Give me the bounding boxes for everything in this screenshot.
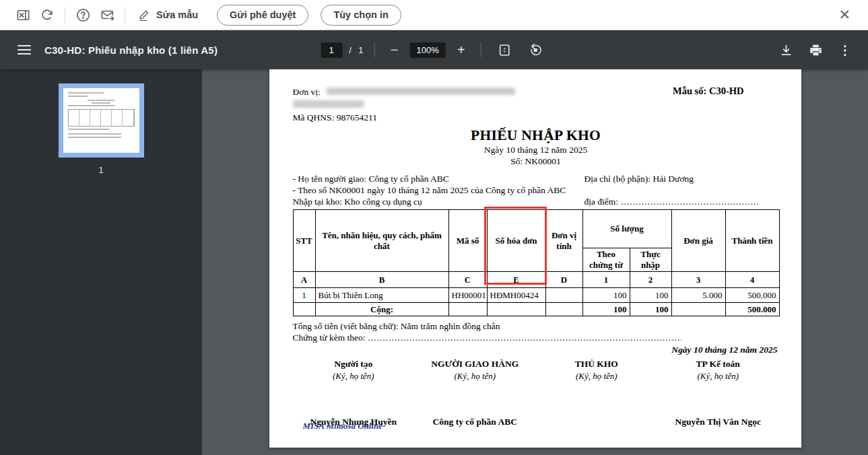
- address-line: Địa chỉ (bộ phận): Hải Dương: [585, 173, 694, 184]
- print-options-button[interactable]: Tùy chọn in: [321, 5, 401, 26]
- form-number: Mẫu số: C30-HD: [673, 85, 744, 111]
- hamburger-icon: [18, 45, 31, 46]
- column-code-row: A B C E D 1 2 3 4: [293, 272, 779, 288]
- close-icon: ✕: [838, 7, 850, 22]
- redacted-company-name-line2: [293, 100, 364, 108]
- thumbnail-page-number: 1: [98, 165, 104, 175]
- document-number: Số: NK00001: [293, 156, 779, 167]
- fit-page-icon: [497, 43, 511, 57]
- page-number-input[interactable]: [321, 42, 342, 58]
- signer-title-creator: Người tạo: [293, 359, 415, 370]
- document-page: Đơn vị: Mẫu số: C30-HD Mã QHNS: 98765421…: [269, 69, 801, 448]
- cell-stt: 1: [293, 288, 315, 303]
- cell-invoice-no: HĐMH00424: [487, 288, 545, 303]
- deliverer-line: - Họ tên người giao: Công ty cổ phần ABC: [293, 173, 585, 184]
- cell-qty-actual: 100: [630, 288, 671, 303]
- refresh-icon: [40, 7, 55, 22]
- toolbar-divider: [125, 7, 125, 23]
- col-header-amount: Thành tiền: [725, 210, 779, 272]
- item-row: 1 Bút bi Thiên Long HH00001 HĐMH00424 10…: [293, 288, 779, 303]
- zoom-in-button[interactable]: +: [453, 42, 470, 58]
- total-qty-doc: 100: [582, 303, 630, 316]
- printer-icon: [809, 43, 823, 57]
- reference-line: - Theo số NK00001 ngày 10 tháng 12 năm 2…: [293, 184, 779, 196]
- close-button[interactable]: ✕: [832, 4, 857, 26]
- export-excel-button[interactable]: [11, 3, 35, 27]
- menu-button[interactable]: [18, 45, 31, 55]
- page-total: 1: [358, 45, 364, 55]
- help-icon: [75, 7, 91, 23]
- excel-export-icon: [15, 7, 31, 23]
- col-header-qty-doc: Theo chứng từ: [582, 248, 630, 272]
- cell-unit-price: 5.000: [671, 288, 725, 303]
- page-controls: / 1 − 100% +: [321, 38, 547, 62]
- total-label: Cộng:: [315, 303, 448, 316]
- location-dotted-line: ........................................…: [621, 196, 759, 207]
- edit-template-button[interactable]: Sửa mẫu: [131, 8, 205, 22]
- plus-icon: +: [457, 42, 465, 57]
- warehouse-line: Nhập tại kho: Kho công cụ dụng cụ: [293, 196, 585, 207]
- thumbnail-page-preview: [63, 88, 139, 153]
- signer-title-storekeeper: THỦ KHO: [536, 359, 658, 370]
- send-email-button[interactable]: [95, 3, 119, 27]
- signer-title-deliverer: NGƯỜI GIAO HÀNG: [414, 359, 536, 370]
- col-header-stt: STT: [293, 210, 315, 272]
- cell-qty-doc: 100: [582, 288, 630, 303]
- fit-to-page-button[interactable]: [492, 38, 516, 62]
- minus-icon: −: [391, 42, 399, 57]
- total-qty-actual: 100: [630, 303, 671, 316]
- signature-titles: Người tạo (Ký, họ tên) NGƯỜI GIAO HÀNG (…: [293, 359, 779, 382]
- signature-date: Ngày 10 tháng 12 năm 2025: [293, 345, 779, 355]
- signer-name-chief-accountant: Nguyễn Thị Vân Ngọc: [657, 417, 779, 427]
- vertical-ellipsis-icon: ⋮: [839, 42, 852, 58]
- send-approval-button[interactable]: Gửi phê duyệt: [217, 5, 308, 26]
- col-header-name: Tên, nhãn hiệu, quy cách, phẩm chất: [315, 210, 448, 272]
- edit-template-label: Sửa mẫu: [156, 9, 198, 20]
- pdf-toolbar-actions: ⋮: [774, 38, 868, 62]
- zoom-level[interactable]: 100%: [410, 42, 446, 58]
- document-date: Ngày 10 tháng 12 năm 2025: [293, 145, 779, 155]
- print-button[interactable]: [803, 38, 828, 62]
- items-table: STT Tên, nhãn hiệu, quy cách, phẩm chất …: [293, 209, 780, 316]
- rotate-button[interactable]: [523, 38, 547, 62]
- toolbar-divider: [374, 42, 375, 57]
- signer-title-chief-accountant: TP Kế toán: [657, 359, 779, 370]
- pdf-viewport: Đơn vị: Mẫu số: C30-HD Mã QHNS: 98765421…: [202, 69, 868, 455]
- pencil-icon: [137, 8, 151, 22]
- total-row: Cộng: 100 100 500.000: [293, 303, 779, 316]
- col-header-code: Mã số: [448, 210, 487, 272]
- location-label: địa điểm:: [585, 196, 619, 207]
- mail-send-icon: [100, 7, 115, 23]
- cell-unit: [545, 288, 582, 303]
- app-toolbar: Sửa mẫu Gửi phê duyệt Tùy chọn in ✕: [0, 0, 868, 30]
- document-title: C30-HD: Phiếu nhập kho (1 liên A5): [44, 44, 218, 56]
- unit-label: Đơn vị:: [293, 87, 321, 97]
- col-header-unit: Đơn vị tính: [545, 210, 582, 272]
- refresh-button[interactable]: [35, 3, 59, 27]
- zoom-out-button[interactable]: −: [386, 42, 403, 58]
- document-heading: PHIẾU NHẬP KHO: [293, 127, 779, 144]
- unit-block: Đơn vị:: [293, 85, 516, 111]
- total-amount: 500.000: [725, 303, 779, 316]
- cell-item-name: Bút bi Thiên Long: [315, 288, 448, 303]
- cell-amount: 500.000: [725, 288, 779, 303]
- col-header-qty-actual: Thực nhập: [630, 248, 671, 272]
- toolbar-divider: [481, 42, 481, 57]
- page-separator: /: [349, 45, 352, 55]
- help-button[interactable]: [71, 3, 95, 27]
- qhns-code: Mã QHNS: 987654211: [293, 112, 779, 123]
- app-watermark: MISA Mimosa Online: [303, 421, 383, 431]
- page-thumbnail[interactable]: [59, 83, 144, 158]
- rotate-icon: [528, 43, 542, 57]
- cell-item-code: HH00001: [448, 288, 487, 303]
- more-options-button[interactable]: ⋮: [833, 38, 857, 62]
- attached-docs-label: Chứng từ kèm theo:: [293, 332, 366, 343]
- col-header-price: Đơn giá: [671, 210, 725, 272]
- download-button[interactable]: [774, 38, 798, 62]
- redacted-company-name: [327, 88, 515, 95]
- signer-name-storekeeper: [536, 417, 658, 427]
- toolbar-divider: [65, 7, 65, 23]
- pdf-viewer-toolbar: C30-HD: Phiếu nhập kho (1 liên A5) / 1 −…: [0, 30, 868, 69]
- amount-in-words: Tổng số tiền (viết bằng chữ): Năm trăm n…: [293, 320, 779, 332]
- attached-docs-dotted-line: ........................................…: [368, 332, 681, 343]
